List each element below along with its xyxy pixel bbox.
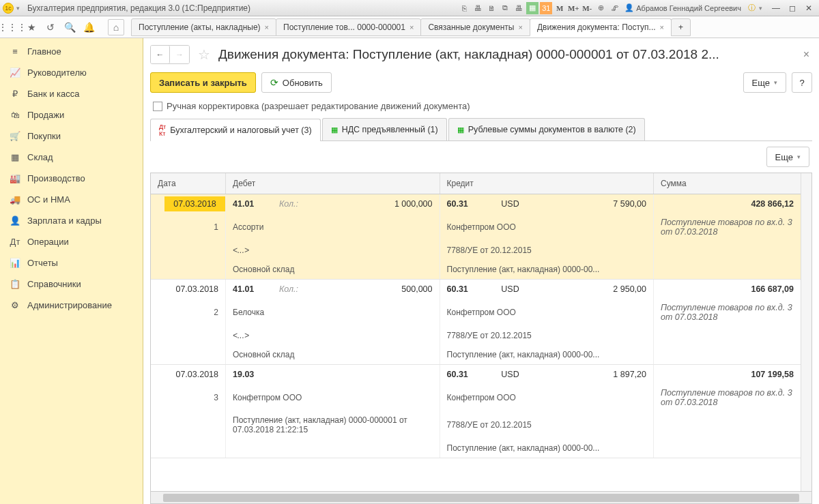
zoom-icon[interactable]: ⊕ (594, 2, 607, 14)
close-page-button[interactable]: × (801, 48, 812, 61)
col-sum[interactable]: Сумма (654, 173, 801, 194)
calendar-icon[interactable]: 31 (540, 2, 552, 14)
forward-button[interactable]: → (170, 46, 189, 63)
sidebar-item[interactable]: 📊Отчеты (0, 252, 143, 273)
register-tab[interactable]: ▦Рублевые суммы документов в валюте (2) (448, 118, 645, 140)
col-credit[interactable]: Кредит (440, 173, 655, 194)
compare-icon[interactable]: ⧉ (499, 2, 511, 14)
register-tab[interactable]: ▦НДС предъявленный (1) (322, 118, 447, 140)
sidebar-icon: 🚚 (10, 194, 20, 205)
info-icon[interactable]: ⓘ (745, 2, 758, 14)
sidebar-icon: ⚙ (10, 300, 20, 310)
sidebar-item[interactable]: 📋Справочники (0, 273, 143, 295)
maximize-button[interactable]: ◻ (785, 2, 800, 14)
nav-buttons: ← → (150, 45, 190, 64)
close-tab-icon[interactable]: × (518, 23, 522, 31)
navigation-sidebar: ≡Главное📈Руководителю₽Банк и касса🛍Прода… (0, 38, 143, 504)
sidebar-label: Главное (27, 46, 61, 57)
sidebar-icon: Дт (10, 237, 20, 247)
sidebar-item[interactable]: 🛍Продажи (0, 104, 143, 125)
top-toolbar: ⋮⋮⋮ ★ ↺ 🔍 🔔 ⌂ Поступление (акты, накладн… (0, 16, 819, 38)
doc-icon[interactable]: 🗎 (485, 2, 498, 14)
close-tab-icon[interactable]: × (410, 23, 414, 31)
sidebar-label: Банк и касса (27, 89, 80, 99)
document-tab[interactable]: Поступление тов... 0000-000001× (276, 18, 421, 36)
search-icon[interactable]: 🔍 (61, 19, 78, 35)
more-button[interactable]: Еще▾ (743, 72, 786, 93)
close-tab-icon[interactable]: × (265, 23, 269, 31)
m-plus-button[interactable]: M+ (567, 2, 579, 14)
sidebar-label: Администрирование (27, 300, 112, 310)
sidebar-item[interactable]: ⚙Администрирование (0, 295, 143, 316)
sidebar-label: Производство (27, 173, 85, 183)
sidebar-icon: 🏭 (10, 173, 20, 183)
sidebar-label: ОС и НМА (27, 194, 70, 205)
window-titlebar: 1c ▾ Бухгалтерия предприятия, редакция 3… (0, 0, 819, 16)
grid-row[interactable]: 07.03.2018 19.03 60.31USD1 897,20 107 19… (151, 365, 801, 458)
sidebar-icon: 📋 (10, 279, 20, 289)
info-dropdown[interactable]: ▾ (759, 5, 767, 12)
sidebar-icon: 📊 (10, 258, 20, 268)
sidebar-icon: 👤 (10, 216, 20, 226)
favorite-star-icon[interactable]: ☆ (194, 46, 214, 63)
help-button[interactable]: ? (792, 72, 812, 93)
home-icon[interactable]: ⌂ (108, 19, 124, 35)
sidebar-label: Склад (27, 152, 53, 162)
sidebar-item[interactable]: 🏭Производство (0, 168, 143, 189)
sidebar-label: Продажи (27, 110, 64, 120)
current-user[interactable]: 👤Абрамов Геннадий Сергеевич (622, 3, 744, 12)
sidebar-item[interactable]: ≡Главное (0, 41, 143, 62)
new-tab-button[interactable]: + (671, 18, 691, 36)
close-tab-icon[interactable]: × (660, 23, 664, 31)
minimize-button[interactable]: — (768, 2, 784, 14)
col-date[interactable]: Дата (151, 173, 226, 194)
sidebar-item[interactable]: 👤Зарплата и кадры (0, 210, 143, 231)
sidebar-label: Операции (27, 237, 69, 247)
horizontal-scrollbar[interactable] (151, 491, 811, 503)
manual-edit-checkbox[interactable] (153, 102, 162, 111)
grid-row[interactable]: 07.03.2018 41.01Кол.:1 000,000 60.31USD7… (151, 194, 801, 280)
close-button[interactable]: ✕ (801, 2, 816, 14)
m-button[interactable]: M (554, 2, 566, 14)
document-tab[interactable]: Поступление (акты, накладные)× (131, 18, 276, 36)
m-minus-button[interactable]: M- (581, 2, 593, 14)
col-debit[interactable]: Дебет (226, 173, 440, 194)
app-menu-dropdown[interactable]: ▾ (16, 5, 25, 12)
sidebar-label: Зарплата и кадры (27, 216, 102, 226)
sidebar-icon: ₽ (10, 89, 20, 99)
refresh-button[interactable]: ⟳Обновить (261, 72, 332, 93)
document-tab[interactable]: Движения документа: Поступ...× (530, 18, 672, 36)
sidebar-item[interactable]: 🛒Покупки (0, 125, 143, 147)
sidebar-icon: 🛍 (10, 110, 20, 120)
grid-row[interactable]: 07.03.2018 41.01Кол.:500,000 60.31USD2 9… (151, 280, 801, 365)
link-icon[interactable]: 🖇 (608, 2, 620, 14)
print-icon[interactable]: 🖶 (472, 2, 484, 14)
grid-header: Дата Дебет Кредит Сумма (151, 173, 801, 194)
history-icon[interactable]: ↺ (42, 19, 59, 35)
sidebar-item[interactable]: 🚚ОС и НМА (0, 189, 143, 210)
document-tab[interactable]: Связанные документы× (420, 18, 530, 36)
star-icon[interactable]: ★ (23, 19, 40, 35)
bell-icon[interactable]: 🔔 (81, 19, 97, 35)
grid-more-button[interactable]: Еще▾ (766, 147, 809, 167)
vertical-scrollbar[interactable] (801, 173, 811, 491)
back-button[interactable]: ← (151, 46, 170, 63)
sidebar-icon: 🛒 (10, 131, 20, 141)
sidebar-item[interactable]: ₽Банк и касса (0, 83, 143, 104)
register-tab[interactable]: ДтКтБухгалтерский и налоговый учет (3) (150, 119, 321, 141)
sidebar-item[interactable]: ДтОперации (0, 231, 143, 252)
sidebar-item[interactable]: ▦Склад (0, 147, 143, 168)
sidebar-icon: ≡ (10, 46, 20, 57)
sidebar-item[interactable]: 📈Руководителю (0, 62, 143, 83)
save-close-button[interactable]: Записать и закрыть (150, 72, 256, 93)
toolbar-icon[interactable]: ⎘ (458, 2, 470, 14)
refresh-icon: ⟳ (270, 77, 278, 88)
calc-icon[interactable]: ▦ (526, 2, 538, 14)
printer-icon[interactable]: 🖶 (513, 2, 525, 14)
app-title: Бухгалтерия предприятия, редакция 3.0 (1… (27, 3, 250, 13)
accounting-grid: Дата Дебет Кредит Сумма 07.03.2018 41.01… (150, 173, 812, 504)
sidebar-label: Справочники (27, 279, 81, 289)
grid-body[interactable]: 07.03.2018 41.01Кол.:1 000,000 60.31USD7… (151, 194, 801, 491)
apps-icon[interactable]: ⋮⋮⋮ (4, 19, 20, 35)
register-tabs: ДтКтБухгалтерский и налоговый учет (3)▦Н… (150, 118, 812, 141)
